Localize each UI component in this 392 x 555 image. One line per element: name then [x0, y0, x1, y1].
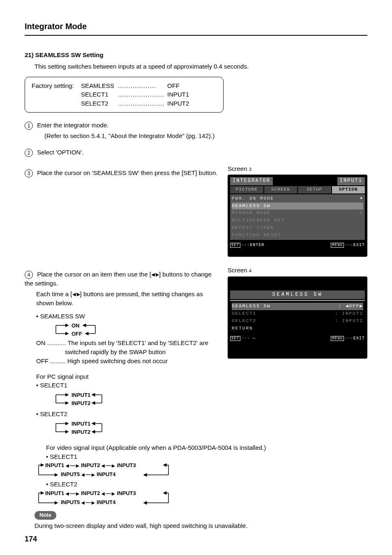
osd-title: SEAMLESS SW: [230, 290, 365, 299]
step-text: Enter the integrator mode.: [37, 122, 108, 129]
osd-key-tag: MENU: [331, 336, 344, 341]
factory-row-value: INPUT1: [167, 90, 189, 99]
triangle-up-icon: ▲: [360, 196, 363, 202]
osd-footer-left: ENTER: [250, 243, 264, 247]
step-number-icon: 4: [249, 268, 251, 273]
video-select1-bullet: • SELECT1: [46, 452, 367, 461]
bidir-arrow-icon: —: [66, 490, 79, 497]
screen-3-label: Screen 3: [228, 164, 367, 173]
leader-dots: ..................: [118, 81, 167, 90]
left-right-arrow-icon: ◀/▶: [72, 292, 80, 297]
osd-row-value: : X: [353, 210, 363, 216]
osd-row-label: MULTISCREEN SET: [232, 217, 285, 224]
osd-header-left: INTEGRATOR: [230, 177, 273, 185]
select2-video-cycle: INPUT1—INPUT2—INPUT3 INPUT5—INPUT4: [33, 489, 181, 508]
osd-footer-right: EXIT: [353, 336, 365, 341]
cycle-option: INPUT2: [71, 428, 90, 436]
osd-row-label: SELECT2: [232, 318, 256, 325]
cycle-option: INPUT5: [61, 471, 80, 477]
cycle-option: INPUT4: [97, 471, 115, 477]
cycle-option: INPUT3: [117, 462, 136, 468]
select1-pc-cycle: INPUT1 INPUT2: [44, 390, 110, 408]
osd-tab: PICTURE: [230, 186, 263, 193]
osd-row-value: : INPUT1: [335, 311, 363, 317]
cycle-option: INPUT1: [71, 420, 90, 428]
section-intro: This setting switches between inputs at …: [35, 62, 367, 71]
step-number-icon: 4: [25, 271, 33, 279]
osd-menu: PWR. ON MODE▲ SEAMLESS SW MIRROR MODE: X…: [230, 194, 365, 240]
cycle-option: INPUT3: [117, 490, 136, 496]
osd-row-label: PWR. ON MODE: [232, 196, 274, 202]
cycle-option: INPUT2: [81, 490, 100, 496]
step-1: 1 Enter the integrator mode.: [25, 121, 367, 130]
step-text-a: Place the cursor on an item then use the…: [37, 271, 151, 278]
cycle-option: INPUT4: [97, 499, 115, 505]
step-number-icon: 1: [25, 122, 33, 130]
pc-select2-bullet: • SELECT2: [36, 410, 218, 419]
page-number: 174: [25, 534, 37, 544]
bidir-arrow-icon: —: [81, 499, 95, 507]
factory-label: Factory setting:: [32, 81, 81, 90]
seamless-sw-bullet: • SEAMLESS SW: [36, 312, 218, 321]
leader-dots: ......................: [118, 99, 167, 108]
osd-screen-3: INTEGRATOR INPUT1 PICTURE SCREEN SETUP O…: [228, 175, 367, 257]
osd-key-tag: SET: [230, 336, 240, 341]
screen-label-text: Screen: [228, 267, 249, 274]
leader-dots: ......................: [118, 90, 167, 99]
osd-footer-right: EXIT: [353, 243, 365, 247]
step-4: 4 Place the cursor on an item then use t…: [25, 270, 218, 288]
factory-row-name: SEAMLESS: [81, 81, 118, 90]
cycle-option: INPUT1: [71, 391, 90, 399]
osd-key-tag: MENU: [331, 243, 344, 248]
osd-screen-4: SEAMLESS SW SEAMLESS SW: ◀OFF▶ SELECT1: …: [228, 276, 367, 359]
step-number-icon: 2: [25, 149, 33, 157]
factory-row-name: SELECT2: [81, 99, 118, 108]
step-4-sub: Each time a [◀/▶] buttons are pressed, t…: [36, 290, 218, 308]
video-select2-bullet: • SELECT2: [46, 480, 367, 489]
osd-header-right: INPUT1: [337, 177, 365, 185]
step-text: Select 'OPTION'.: [37, 149, 83, 156]
osd-row-label: REPEAT TIMER: [232, 225, 274, 231]
osd-row-value: : INPUT2: [335, 318, 363, 325]
osd-row-label: SEAMLESS SW: [232, 203, 271, 210]
step-3: 3 Place the cursor on 'SEAMLESS SW' then…: [25, 168, 218, 177]
bidir-arrow-icon: —: [66, 462, 79, 470]
cycle-option-off: OFF: [71, 330, 82, 338]
left-right-arrow-icon: ◀/▶: [151, 272, 159, 277]
note-badge: Note: [35, 511, 56, 520]
bidir-arrow-icon: —: [81, 471, 95, 479]
step-text: Place the cursor on 'SEAMLESS SW' then p…: [37, 169, 217, 176]
osd-row-value: : ◀OFF▶: [339, 303, 363, 310]
screen-4-label: Screen 4: [228, 266, 367, 275]
osd-tab: SCREEN: [264, 186, 297, 193]
bidir-arrow-icon: —: [101, 462, 115, 470]
section-heading: 21) SEAMLESS SW Setting: [25, 51, 367, 60]
osd-key-tag: SET: [230, 243, 240, 248]
pc-signal-heading: For PC signal input: [36, 372, 218, 381]
osd-row-label: MIRROR MODE: [232, 210, 271, 216]
select1-video-cycle: INPUT1—INPUT2—INPUT3 INPUT5—INPUT4: [33, 461, 181, 480]
off-description: OFF ......... High speed switching does …: [36, 357, 218, 366]
osd-tab: SETUP: [298, 186, 331, 193]
factory-setting-box: Factory setting: SEAMLESS ..............…: [25, 77, 224, 113]
cycle-option: INPUT1: [45, 490, 64, 496]
select2-pc-cycle: INPUT1 INPUT2: [44, 419, 110, 437]
cycle-option: INPUT2: [71, 400, 90, 408]
osd-footer-left: —: [253, 336, 256, 341]
step-sub-a: Each time a [: [36, 290, 72, 297]
cycle-option-on: ON: [71, 322, 80, 330]
osd-menu: SEAMLESS SW: ◀OFF▶ SELECT1: INPUT1 SELEC…: [230, 302, 365, 333]
step-number-icon: 3: [25, 169, 33, 177]
step-1-sub: (Refer to section 5.4.1, "About the Inte…: [44, 131, 367, 140]
osd-row-label: SELECT1: [232, 311, 256, 317]
screen-label-text: Screen: [228, 165, 249, 172]
osd-tab-active: OPTION: [332, 186, 365, 193]
bidir-arrow-icon: —: [101, 490, 115, 497]
factory-row-value: OFF: [167, 81, 180, 90]
step-2: 2 Select 'OPTION'.: [25, 148, 367, 157]
pc-select1-bullet: • SELECT1: [36, 381, 218, 390]
factory-row-value: INPUT2: [167, 99, 189, 108]
step-number-icon: 3: [249, 167, 251, 172]
video-signal-heading: For video signal input (Applicable only …: [46, 443, 367, 452]
on-description: ON ........... The inputs set by 'SELECT…: [36, 339, 218, 357]
